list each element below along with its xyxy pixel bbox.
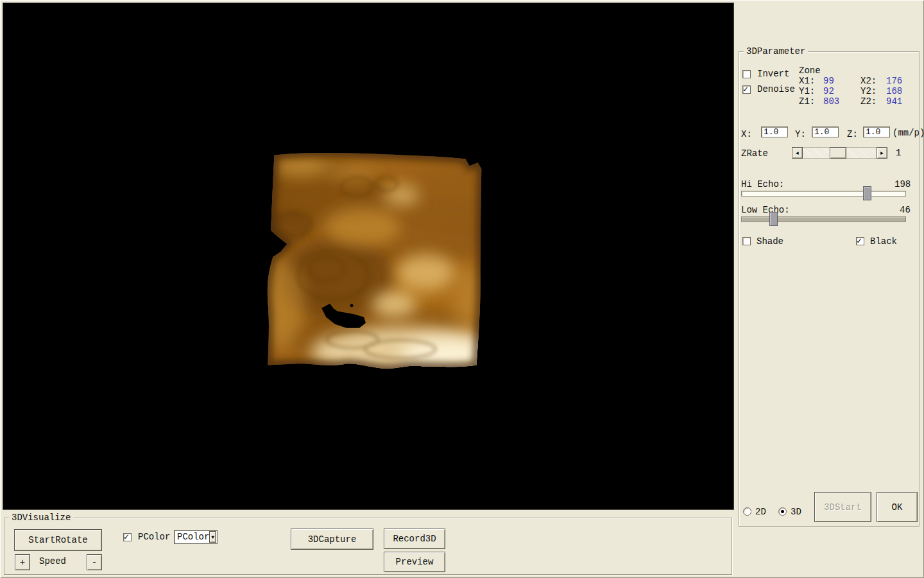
- invert-checkbox[interactable]: [742, 70, 751, 78]
- pcolor-dropdown[interactable]: PColor ▼: [174, 530, 218, 544]
- zone-z2-value: 941: [886, 96, 918, 107]
- invert-label: Invert: [757, 69, 789, 79]
- zrate-right-arrow-icon[interactable]: ►: [877, 147, 887, 159]
- z-scale-input[interactable]: [863, 127, 890, 137]
- start-rotate-button[interactable]: StartRotate: [14, 529, 102, 551]
- denoise-checkbox[interactable]: [742, 85, 751, 94]
- volume-render-image: [3, 3, 733, 509]
- hi-echo-slider[interactable]: [741, 191, 906, 197]
- y-scale-input[interactable]: [812, 127, 839, 137]
- ok-button[interactable]: OK: [877, 492, 918, 522]
- visualize-panel-title: 3DVisualize: [9, 512, 73, 523]
- black-checkbox[interactable]: [856, 237, 864, 245]
- mode-3d-radio[interactable]: [778, 507, 787, 516]
- pcolor-checkbox[interactable]: [123, 533, 132, 541]
- zone-z1-value: 803: [823, 96, 860, 107]
- zone-y1-value: 92: [823, 86, 860, 96]
- dropdown-arrow-icon[interactable]: ▼: [209, 531, 216, 543]
- preview-button[interactable]: Preview: [384, 552, 445, 572]
- denoise-label: Denoise: [757, 84, 795, 94]
- zone-y2-value: 168: [886, 86, 918, 96]
- zone-x1-value: 99: [823, 76, 860, 86]
- hi-echo-label: Hi Echo:: [741, 179, 784, 189]
- hi-echo-thumb[interactable]: [863, 186, 871, 200]
- mode-3d-label: 3D: [791, 507, 801, 517]
- speed-minus-button[interactable]: -: [87, 554, 102, 570]
- zone-x1-label: X1:: [799, 76, 823, 86]
- pcolor-label: PColor: [138, 532, 170, 542]
- zrate-scrollbar[interactable]: ◄ ►: [792, 147, 887, 159]
- render-viewport[interactable]: [3, 3, 734, 510]
- low-echo-track[interactable]: [741, 216, 906, 222]
- zone-x2-label: X2:: [860, 76, 886, 86]
- zone-z2-label: Z2:: [860, 96, 886, 107]
- hi-echo-track[interactable]: [741, 191, 906, 197]
- zrate-track[interactable]: [803, 147, 877, 159]
- z-scale-label: Z:: [847, 129, 858, 139]
- low-echo-thumb[interactable]: [769, 212, 778, 226]
- shade-checkbox[interactable]: [742, 237, 751, 245]
- zone-x2-value: 176: [886, 76, 918, 86]
- low-echo-label: Low Echo:: [741, 205, 790, 215]
- parameter-panel-title: 3DParameter: [744, 46, 808, 57]
- record3d-button[interactable]: Record3D: [384, 529, 445, 549]
- visualize-panel: 3DVisualize StartRotate PColor PColor ▼ …: [4, 518, 732, 575]
- speed-plus-button[interactable]: +: [15, 554, 30, 570]
- 3dstart-button[interactable]: 3DStart: [814, 492, 871, 522]
- black-label: Black: [870, 236, 897, 247]
- app-window: { "viewport": { "description": "3D ultra…: [0, 0, 924, 578]
- zone-label: Zone: [799, 66, 821, 76]
- zrate-left-arrow-icon[interactable]: ◄: [792, 147, 803, 159]
- speed-label: Speed: [39, 556, 66, 566]
- zrate-thumb[interactable]: [830, 147, 846, 159]
- pcolor-dropdown-value: PColor: [175, 532, 209, 542]
- low-echo-slider[interactable]: [741, 216, 906, 222]
- 3dcapture-button[interactable]: 3DCapture: [291, 529, 373, 550]
- hi-echo-value: 198: [894, 179, 911, 189]
- zrate-label: ZRate: [741, 148, 768, 159]
- zrate-value: 1: [896, 148, 901, 158]
- mode-2d-radio[interactable]: [743, 507, 751, 516]
- parameter-panel: 3DParameter Invert Denoise Zone X1: 99 X…: [739, 51, 920, 527]
- shade-label: Shade: [757, 236, 783, 247]
- zone-values: X1: 99 X2: 176 Y1: 92 Y2: 168 Z1: 803 Z2…: [799, 76, 918, 107]
- scale-unit-label: (mm/p): [893, 128, 924, 138]
- zone-y2-label: Y2:: [860, 86, 886, 96]
- zone-y1-label: Y1:: [799, 86, 823, 96]
- y-scale-label: Y:: [795, 129, 806, 139]
- x-scale-input[interactable]: [761, 127, 788, 137]
- low-echo-value: 46: [900, 205, 911, 215]
- zone-z1-label: Z1:: [799, 96, 823, 107]
- mode-2d-label: 2D: [755, 507, 766, 517]
- x-scale-label: X:: [741, 129, 752, 139]
